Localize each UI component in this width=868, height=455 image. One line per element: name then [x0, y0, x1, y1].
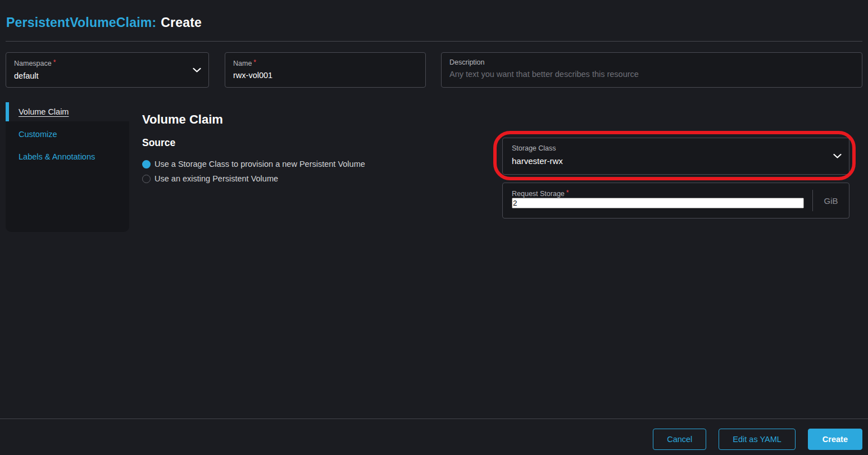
- cancel-button[interactable]: Cancel: [653, 429, 706, 450]
- radio-existing-volume[interactable]: Use an existing Persistent Volume: [142, 174, 278, 184]
- name-field[interactable]: Name*: [225, 52, 426, 88]
- required-marker: *: [566, 189, 569, 197]
- namespace-label: Namespace*: [14, 58, 201, 67]
- storage-class-label: Storage Class: [512, 144, 840, 152]
- page-title: PersistentVolumeClaim:Create: [6, 15, 202, 30]
- active-tab-accent-bar: [6, 102, 9, 121]
- request-storage-field[interactable]: Request Storage* GiB: [502, 183, 849, 219]
- section-heading: Volume Claim: [142, 112, 223, 127]
- page-title-action: Create: [161, 15, 202, 30]
- storage-unit-label: GiB: [813, 183, 849, 218]
- page-title-resource: PersistentVolumeClaim:: [6, 15, 156, 30]
- chevron-down-icon: [193, 67, 201, 72]
- storage-class-select[interactable]: Storage Class harvester-rwx: [502, 138, 849, 175]
- description-input[interactable]: [449, 69, 854, 80]
- footer-action-bar: Cancel Edit as YAML Create: [0, 418, 868, 455]
- radio-unselected-icon[interactable]: [142, 175, 151, 183]
- title-divider: [6, 41, 862, 42]
- namespace-select[interactable]: Namespace* default: [6, 52, 209, 88]
- radio-existing-volume-label: Use an existing Persistent Volume: [154, 174, 278, 184]
- radio-storage-class[interactable]: Use a Storage Class to provision a new P…: [142, 160, 365, 169]
- name-input[interactable]: [233, 70, 417, 81]
- namespace-value: default: [14, 71, 201, 81]
- pvc-create-page: PersistentVolumeClaim:Create Namespace* …: [0, 0, 868, 455]
- required-marker: *: [53, 58, 56, 66]
- request-storage-input[interactable]: [512, 198, 804, 208]
- tab-sidebar: Volume Claim Customize Labels & Annotati…: [6, 102, 129, 232]
- chevron-down-icon: [833, 154, 842, 159]
- storage-class-value: harvester-rwx: [512, 156, 840, 166]
- radio-selected-icon[interactable]: [142, 160, 151, 169]
- tab-customize[interactable]: Customize: [19, 130, 129, 139]
- required-marker: *: [253, 58, 256, 66]
- create-button[interactable]: Create: [808, 429, 862, 450]
- source-heading: Source: [142, 137, 175, 149]
- tab-labels-annotations[interactable]: Labels & Annotations: [19, 152, 129, 161]
- tab-volume-claim-label: Volume Claim: [19, 107, 69, 116]
- name-label: Name*: [233, 58, 417, 67]
- tab-volume-claim[interactable]: Volume Claim: [6, 102, 129, 121]
- edit-as-yaml-button[interactable]: Edit as YAML: [719, 429, 796, 450]
- description-label: Description: [449, 58, 854, 66]
- description-field[interactable]: Description: [441, 52, 862, 88]
- request-storage-label: Request Storage*: [512, 189, 840, 198]
- tab-list-background: Customize Labels & Annotations: [6, 121, 129, 232]
- radio-storage-class-label: Use a Storage Class to provision a new P…: [154, 160, 365, 169]
